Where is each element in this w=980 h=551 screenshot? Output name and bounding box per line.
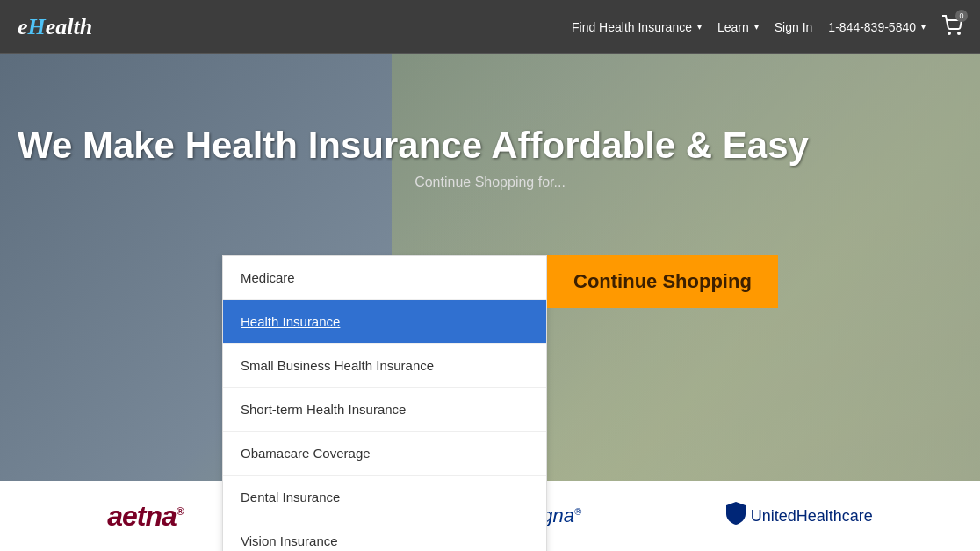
sign-in-nav[interactable]: Sign In <box>775 20 813 34</box>
learn-nav[interactable]: Learn ▾ <box>717 20 759 34</box>
sign-in-label: Sign In <box>775 20 813 34</box>
dropdown-item-dental[interactable]: Dental Insurance <box>223 476 546 519</box>
header-separator <box>0 53 980 54</box>
phone-number: 1-844-839-5840 <box>828 20 916 34</box>
dropdown-item-short-term[interactable]: Short-term Health Insurance <box>223 388 546 432</box>
continue-shopping-button[interactable]: Continue Shopping <box>547 255 778 308</box>
main-header: eHealth Find Health Insurance ▾ Learn ▾ … <box>0 0 980 54</box>
hero-content: We Make Health Insurance Affordable & Ea… <box>0 54 980 190</box>
dropdown-item-medicare[interactable]: Medicare <box>223 256 546 300</box>
dropdown-item-small-business[interactable]: Small Business Health Insurance <box>223 344 546 388</box>
find-insurance-chevron: ▾ <box>697 22 702 32</box>
hero-title: We Make Health Insurance Affordable & Ea… <box>18 124 962 168</box>
dropdown-item-health-insurance[interactable]: Health Insurance <box>223 300 546 344</box>
main-nav: Find Health Insurance ▾ Learn ▾ Sign In … <box>572 15 962 39</box>
logo[interactable]: eHealth <box>18 14 92 40</box>
find-insurance-label: Find Health Insurance <box>572 20 692 34</box>
hero-subtitle: Continue Shopping for... <box>18 175 962 190</box>
phone-chevron: ▾ <box>921 22 926 32</box>
health-insurance-link[interactable]: Health Insurance <box>241 314 340 329</box>
hero-section: We Make Health Insurance Affordable & Ea… <box>0 54 980 551</box>
insurance-dropdown: Medicare Health Insurance Small Business… <box>222 255 547 551</box>
learn-chevron: ▾ <box>754 22 759 32</box>
svg-point-0 <box>948 32 950 34</box>
find-health-insurance-nav[interactable]: Find Health Insurance ▾ <box>572 20 702 34</box>
cart-badge: 0 <box>955 10 968 22</box>
dropdown-item-vision[interactable]: Vision Insurance <box>223 519 546 551</box>
aetna-logo: aetna® <box>107 500 183 533</box>
cart-icon[interactable]: 0 <box>941 15 962 39</box>
learn-label: Learn <box>717 20 749 34</box>
phone-nav[interactable]: 1-844-839-5840 ▾ <box>828 20 926 34</box>
dropdown-item-obamacare[interactable]: Obamacare Coverage <box>223 432 546 476</box>
svg-point-1 <box>958 32 960 34</box>
shopping-widget: Medicare Health Insurance Small Business… <box>222 255 778 551</box>
